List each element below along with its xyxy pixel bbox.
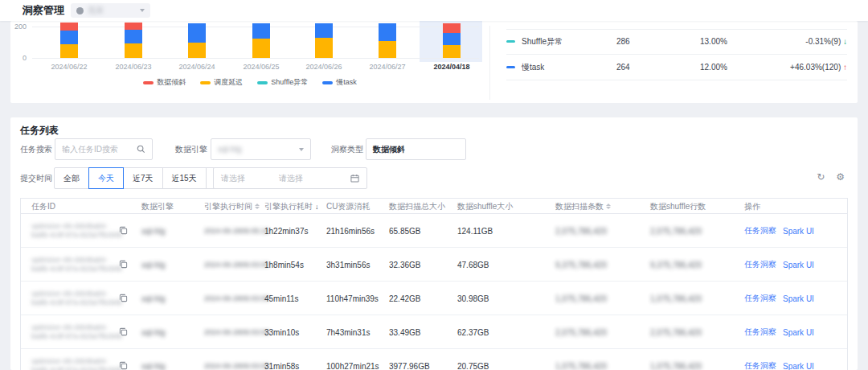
engine-cell: sql-hlg [141,315,165,349]
task-insight-link[interactable]: 任务洞察 [744,327,776,338]
x-axis-label[interactable]: 2024/06/26 [296,63,352,71]
trend-down-icon: ↓ [843,37,847,46]
search-icon[interactable] [137,145,145,154]
column-header-数据shuffle大小[interactable]: 数据shuffle大小 [457,199,513,214]
time-option-今天[interactable]: 今天 [88,167,124,189]
x-axis-label[interactable]: 2024/06/27 [359,63,416,71]
legend-label: 调度延迟 [214,77,243,88]
x-axis-label[interactable]: 2024/06/23 [105,63,162,71]
bar-segment-调度延迟[interactable] [188,43,206,58]
column-header-数据扫描条数[interactable]: 数据扫描条数 [555,199,611,214]
sort-icon[interactable] [606,204,611,209]
bar-segment-数据倾斜[interactable] [125,23,142,30]
summary-row[interactable]: Shuffle异常28613.00%-0.31%(9) ↓ [506,29,847,55]
spark-ui-link[interactable]: Spark UI [783,261,814,269]
summary-count: 286 [616,37,700,46]
settings-gear-icon[interactable]: ⚙ [836,172,845,182]
summary-change: -0.31%(9) ↓ [788,37,847,46]
exec-time-cell: 2024-06-2806:03:00 [204,349,269,370]
x-axis-label[interactable]: 2024/06/25 [233,63,289,71]
task-insight-link[interactable]: 任务洞察 [744,293,776,304]
scan-size-cell: 33.49GB [389,315,420,349]
table-row: optimizer-48-cb54ba84-ba8b-4c9f-87a-923a… [21,315,847,349]
bar-segment-调度延迟[interactable] [315,38,333,58]
engine-select[interactable]: sql-hlg [211,138,311,160]
column-header-操作[interactable]: 操作 [744,199,760,214]
task-id-text: optimizer-48-cb54ba84-ba8b-4c9f-87a-923a… [31,323,120,341]
exec-time-cell: 2024-06-2806:03:00 [204,315,269,349]
submit-time-label: 提交时间 [20,173,52,184]
column-header-数据shuffle行数[interactable]: 数据shuffle行数 [650,199,706,214]
copy-icon[interactable] [119,327,128,336]
bar-segment-调度延迟[interactable] [60,44,78,58]
summary-percent: 13.00% [700,37,788,46]
region-selector[interactable]: 北京 [71,3,150,18]
legend-label: Shuffle异常 [271,77,308,88]
column-header-引擎执行时间[interactable]: 引擎执行时间 [204,199,260,214]
bar-segment-调度延迟[interactable] [443,45,461,58]
bar-segment-慢task[interactable] [315,23,333,38]
insight-type-input[interactable]: 数据倾斜 [366,138,466,160]
time-option-全部[interactable]: 全部 [54,167,89,189]
bar-segment-调度延迟[interactable] [252,39,270,58]
search-label: 任务搜索 [20,144,52,155]
column-header-任务ID[interactable]: 任务ID [31,199,55,214]
column-header-引擎执行耗时[interactable]: 引擎执行耗时↓ [264,199,319,214]
x-axis-label[interactable]: 2024/04/18 [424,63,480,71]
insight-type-label: 洞察类型 [331,144,363,155]
x-axis-label[interactable]: 2024/06/22 [41,63,97,71]
task-table: 任务ID数据引擎引擎执行时间引擎执行耗时↓CU资源消耗数据扫描总大小数据shuf… [20,198,848,370]
task-id-cell: optimizer-48-cb54ba84-ba8b-4c9f-87a-923a… [31,214,120,248]
cu-cell: 3h31min56s [326,248,370,282]
chart-legend: 数据倾斜调度延迟Shuffle异常慢task [10,77,489,88]
bar-segment-数据倾斜[interactable] [60,23,78,31]
bar-segment-慢task[interactable] [443,33,461,45]
spark-ui-link[interactable]: Spark UI [783,294,814,303]
time-option-近7天[interactable]: 近7天 [123,167,163,189]
sort-icon[interactable] [255,204,260,209]
spark-ui-link[interactable]: Spark UI [783,362,814,370]
duration-cell: 31min58s [264,349,299,370]
column-header-数据引擎[interactable]: 数据引擎 [141,199,174,214]
chevron-down-icon [299,148,304,151]
refresh-icon[interactable]: ↻ [817,172,825,182]
legend-item-数据倾斜[interactable]: 数据倾斜 [143,77,186,88]
bar-segment-数据倾斜[interactable] [443,23,461,33]
copy-icon[interactable] [119,294,128,302]
spark-ui-link[interactable]: Spark UI [783,227,814,236]
table-row: optimizer-48-cb54ba84-ba8b-4c9f-87a-923a… [21,349,847,370]
summary-count: 264 [616,63,700,72]
bar-segment-调度延迟[interactable] [125,43,142,58]
exec-time-cell: 2024-06-2806:03:00 [204,248,269,282]
legend-item-调度延迟[interactable]: 调度延迟 [200,77,243,88]
bar-segment-慢task[interactable] [188,23,206,43]
shuffle-size-cell: 47.68GB [457,248,489,282]
copy-icon[interactable] [119,361,128,370]
bar-segment-慢task[interactable] [60,31,78,44]
sort-desc-icon[interactable]: ↓ [315,203,319,211]
x-axis-label[interactable]: 2024/06/24 [169,63,225,71]
bar-segment-调度延迟[interactable] [379,41,396,58]
summary-row[interactable]: 慢task26412.00%+46.03%(120) ↑ [506,55,847,80]
time-option-近15天[interactable]: 近15天 [162,167,207,189]
legend-color-dash [143,81,154,84]
action-cell: 任务洞察Spark UI [744,349,814,370]
spark-ui-link[interactable]: Spark UI [783,328,814,337]
legend-item-慢task[interactable]: 慢task [322,77,357,88]
legend-item-Shuffle异常[interactable]: Shuffle异常 [257,77,308,88]
bar-segment-慢task[interactable] [379,23,396,41]
task-insight-link[interactable]: 任务洞察 [744,259,776,270]
copy-icon[interactable] [119,260,128,269]
column-header-数据扫描总大小[interactable]: 数据扫描总大小 [389,199,445,214]
column-header-CU资源消耗[interactable]: CU资源消耗 [326,199,370,214]
bar-segment-慢task[interactable] [252,23,270,39]
task-search-input[interactable]: 输入任务ID搜索 [55,138,153,160]
copy-icon[interactable] [119,226,128,235]
panel-title: 任务列表 [20,124,59,138]
task-insight-link[interactable]: 任务洞察 [744,360,776,370]
bar-segment-慢task[interactable] [125,30,142,43]
task-insight-link[interactable]: 任务洞察 [744,225,776,236]
date-range-picker[interactable]: 请选择 请选择 [213,167,367,189]
action-cell: 任务洞察Spark UI [744,248,814,282]
task-id-cell: optimizer-48-cb54ba84-ba8b-4c9f-87a-923a… [31,248,120,282]
